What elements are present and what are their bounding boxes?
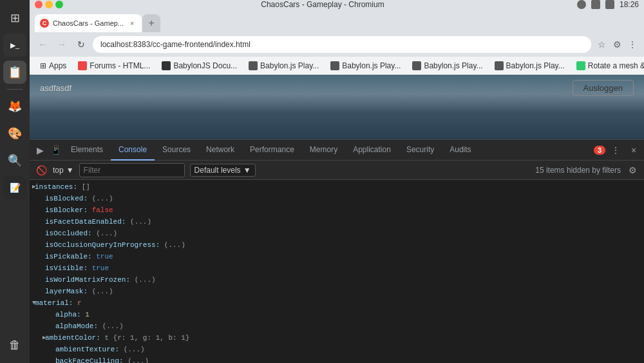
console-line: ▶instances: []	[30, 181, 644, 193]
console-line: layerMask: (...)	[30, 286, 644, 297]
bookmark-apps-label: Apps	[49, 61, 66, 70]
console-line: isFacetDataEnabled: (...)	[30, 216, 644, 228]
devtools-tab-console[interactable]: Console	[111, 140, 155, 161]
webpage-area: asdfasdf Ausloggen	[30, 75, 644, 139]
expand-arrow-icon[interactable]: ▶	[32, 182, 35, 192]
bookmark-babylon5[interactable]: Babylon.js Play...	[489, 60, 570, 72]
title-bar-icons: 18:26	[577, 0, 639, 9]
console-line-text: material: r	[35, 298, 82, 308]
bookmark-babylon1-favicon	[162, 61, 171, 70]
dock-icon-apps[interactable]: ⊞	[3, 6, 26, 30]
devtools-inspect-button[interactable]: ▶	[32, 142, 48, 158]
close-button[interactable]	[35, 1, 43, 8]
devtools-device-button[interactable]: 📱	[48, 142, 63, 158]
window-title: ChaosCars - Gameplay - Chromium	[71, 0, 574, 9]
devtools-close-button[interactable]: ×	[626, 142, 641, 158]
reload-button[interactable]: ↻	[73, 37, 89, 52]
bookmark-babylon5-label: Babylon.js Play...	[506, 61, 565, 70]
bookmark-forums[interactable]: Forums - HTML...	[73, 60, 155, 72]
context-chevron-icon: ▼	[66, 166, 74, 175]
dock-icon-firefox[interactable]: 🦊	[3, 95, 26, 118]
dock-separator	[7, 89, 23, 90]
console-line-text: ambientTexture: (...)	[55, 344, 145, 355]
bookmark-icon[interactable]: ☆	[595, 38, 608, 51]
bookmark-rotate[interactable]: Rotate a mesh &...	[571, 60, 644, 72]
devtools-settings-button[interactable]: ⋮	[608, 142, 623, 158]
dock-icon-terminal[interactable]: ▶_	[3, 34, 26, 57]
console-line: isBlocker: false	[30, 204, 644, 216]
console-line-text: isWorldMatrixFrozen: (...)	[45, 275, 156, 285]
devtools-tab-security[interactable]: Security	[399, 140, 442, 161]
console-line-text: instances: []	[35, 182, 90, 192]
bookmark-babylon1-label: BabylonJS Docu...	[173, 61, 237, 70]
bookmark-rotate-favicon	[576, 61, 585, 70]
devtools-tab-network[interactable]: Network	[198, 140, 242, 161]
dock-icon-paint[interactable]: 🎨	[3, 122, 26, 145]
console-line-text: isPickable: true	[45, 251, 113, 262]
bookmark-babylon4-label: Babylon.js Play...	[424, 61, 482, 70]
console-line: isPickable: true	[30, 251, 644, 262]
console-line: isOcclusionQueryInProgress: (...)	[30, 239, 644, 251]
os-dock: ⊞ ▶_ 📋 🦊 🎨 🔍 📝 🗑	[0, 0, 30, 363]
expand-arrow-icon[interactable]: ▼	[32, 298, 35, 308]
devtools-tab-performance[interactable]: Performance	[242, 140, 302, 161]
webpage-header: asdfasdf Ausloggen	[30, 75, 644, 101]
console-line: ambientTexture: (...)	[30, 344, 644, 355]
bookmark-babylon2[interactable]: Babylon.js Play...	[243, 60, 324, 72]
volume-icon	[605, 0, 614, 9]
window-controls	[35, 1, 63, 8]
console-clear-button[interactable]: 🚫	[35, 164, 48, 177]
bookmark-babylon3-favicon	[330, 61, 339, 70]
devtools-tab-elements[interactable]: Elements	[63, 140, 111, 161]
bookmark-babylon1[interactable]: BabylonJS Docu...	[156, 60, 242, 72]
bluetooth-icon	[591, 0, 600, 9]
bookmark-apps[interactable]: ⊞ Apps	[35, 60, 71, 72]
error-badge: 3	[594, 146, 605, 155]
devtools: ▶ 📱 Elements Console Sources Network Per…	[30, 139, 644, 363]
devtools-tab-audits[interactable]: Audits	[442, 140, 478, 161]
console-context-select[interactable]: top ▼	[53, 166, 74, 175]
devtools-tab-memory[interactable]: Memory	[302, 140, 345, 161]
bookmark-babylon4[interactable]: Babylon.js Play...	[407, 60, 488, 72]
devtools-actions: 3 ⋮ ×	[594, 142, 641, 158]
console-line: alphaMode: (...)	[30, 320, 644, 332]
console-line-text: isOccluded: (...)	[45, 228, 117, 239]
console-line-text: isBlocker: false	[45, 205, 113, 215]
console-line: ▼material: r	[30, 297, 644, 309]
menu-icon[interactable]: ⋮	[626, 38, 639, 51]
devtools-tab-application[interactable]: Application	[345, 140, 399, 161]
bookmark-babylon3[interactable]: Babylon.js Play...	[325, 60, 406, 72]
tab-active[interactable]: C ChaosCars - Gamep... ×	[35, 14, 142, 32]
console-output[interactable]: ▶instances: []isBlocked: (...)isBlocker:…	[30, 180, 644, 363]
dock-icon-search[interactable]: 🔍	[3, 149, 26, 172]
bookmark-forums-favicon	[78, 61, 87, 70]
forward-button[interactable]: →	[54, 37, 70, 52]
console-filter-input[interactable]	[79, 163, 185, 177]
console-toolbar: 🚫 top ▼ Default levels ▼ 15 items hidden…	[30, 161, 644, 180]
console-level-select[interactable]: Default levels ▼	[190, 164, 256, 177]
dock-icon-notes[interactable]: 📝	[3, 176, 26, 199]
bookmark-apps-favicon: ⊞	[40, 61, 46, 70]
devtools-tab-sources[interactable]: Sources	[155, 140, 198, 161]
tab-new[interactable]: +	[142, 14, 160, 32]
dock-icon-trash[interactable]: 🗑	[3, 333, 26, 357]
level-chevron-icon: ▼	[243, 166, 251, 175]
maximize-button[interactable]	[55, 1, 63, 8]
console-line-text: layerMask: (...)	[45, 286, 113, 297]
back-button[interactable]: ←	[35, 37, 50, 52]
dock-icon-notepad[interactable]: 📋	[3, 61, 26, 84]
bookmark-babylon3-label: Babylon.js Play...	[342, 61, 401, 70]
address-input[interactable]	[93, 36, 591, 53]
login-button[interactable]: Ausloggen	[573, 80, 634, 96]
console-settings-button[interactable]: ⚙	[626, 164, 639, 177]
console-line-text: alpha: 1	[55, 309, 90, 320]
expand-arrow-icon[interactable]: ▶	[43, 333, 46, 343]
minimize-button[interactable]	[45, 1, 53, 8]
extensions-icon[interactable]: ⚙	[611, 38, 623, 51]
console-line: isVisible: true	[30, 262, 644, 274]
tab-close-button[interactable]: ×	[128, 19, 137, 28]
bookmark-babylon5-favicon	[495, 61, 504, 70]
address-bar: ← → ↻ ☆ ⚙ ⋮	[30, 32, 644, 57]
new-tab-icon: +	[148, 17, 154, 29]
bookmark-rotate-label: Rotate a mesh &...	[588, 61, 644, 70]
